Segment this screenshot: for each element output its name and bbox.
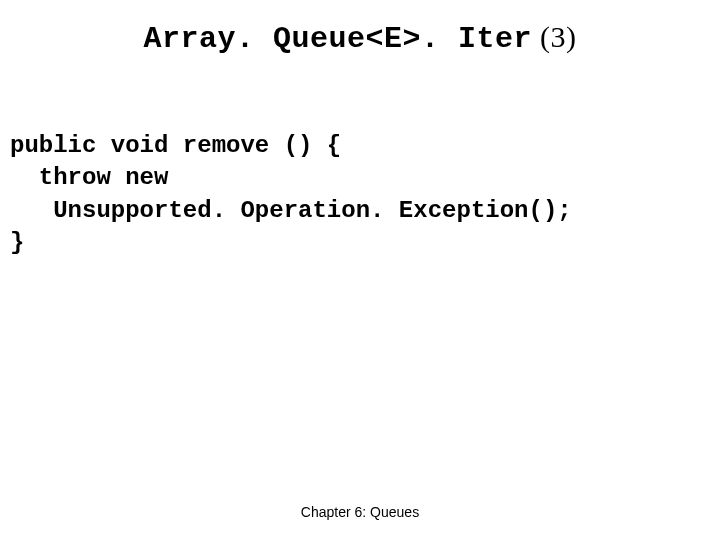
code-block: public void remove () { throw new Unsupp… <box>10 130 572 260</box>
code-line-1: public void remove () { <box>10 132 341 159</box>
slide-footer: Chapter 6: Queues <box>0 504 720 520</box>
title-number-part: (3) <box>532 20 576 53</box>
code-line-4: } <box>10 229 24 256</box>
code-line-2: throw new <box>10 164 168 191</box>
slide: Array. Queue<E>. Iter (3) public void re… <box>0 0 720 540</box>
code-line-3: Unsupported. Operation. Exception(); <box>10 197 572 224</box>
slide-title: Array. Queue<E>. Iter (3) <box>0 20 720 56</box>
title-code-part: Array. Queue<E>. Iter <box>143 22 532 56</box>
